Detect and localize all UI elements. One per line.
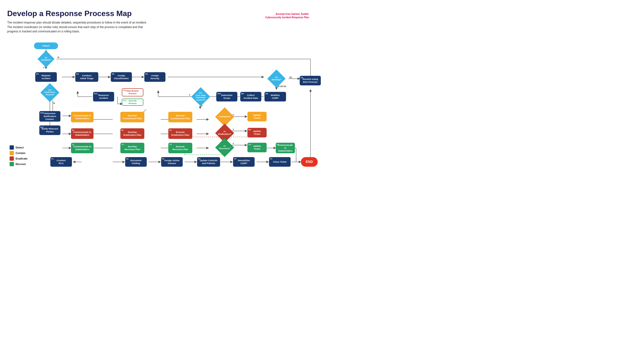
legend-contain: Contain bbox=[10, 151, 28, 155]
d12-node: D12 Data BreachProcess bbox=[122, 88, 144, 96]
e5-update-ticket-node: E5 UpdateTicket bbox=[248, 128, 266, 137]
svg-text:N: N bbox=[53, 102, 55, 104]
legend: Detect Contain Eradicate Recover bbox=[10, 145, 28, 166]
p1-rca-node: P1 ConductRCA bbox=[50, 157, 72, 167]
p2-document-node: P2 DocumentFinding bbox=[125, 157, 147, 167]
d9-node: D9 CollectIncident Data bbox=[240, 92, 261, 102]
c1-communicate-node: C1 Communicate toStakeholders bbox=[71, 143, 94, 153]
d6-diamond: D6 Severity? bbox=[264, 72, 288, 85]
c3-node: C3 ExecuteRecovery Plan bbox=[168, 143, 192, 153]
d11-diamond: D11 Pers. DataPotentiallyImpacted bbox=[190, 90, 212, 103]
legend-recover: Recover bbox=[10, 162, 28, 166]
d15-diamond: D15 NotificationRequired bbox=[38, 86, 62, 99]
develop-containment-node: DevelopContainment Plan bbox=[120, 112, 144, 122]
top-right-label: Excerpt from Gartner Toolkit: Cybersecur… bbox=[266, 13, 309, 19]
d10-node: D10 DetermineScope bbox=[216, 92, 237, 102]
d5-node: D5 AssignSeverity bbox=[144, 72, 166, 82]
d1-diamond: D1 Incident? bbox=[36, 53, 56, 65]
contained-diamond: Contained? bbox=[214, 110, 236, 124]
svg-text:N: N bbox=[58, 56, 59, 59]
detect-node: Detect bbox=[34, 43, 58, 49]
execute-containment-node: ExecuteContainment Plan bbox=[168, 112, 192, 122]
c6-communicate-node: C6 Communicate toStakeholders bbox=[276, 143, 295, 153]
p3-assign-node: P2 Assign ActionOwners bbox=[161, 157, 183, 167]
legend-eradicate: Eradicate bbox=[10, 156, 28, 161]
d3-node: D3 ConductInitial Triage bbox=[75, 72, 98, 82]
c5-update-ticket-node: C5 UpdateTicket bbox=[248, 143, 266, 152]
svg-text:Y: Y bbox=[43, 67, 44, 69]
d13-node: D13 SecurityProcess bbox=[122, 99, 144, 106]
e3-node: E3 ExecuteEradication Plan bbox=[168, 128, 192, 139]
e1-communicate-node: E1 Communicate toStakeholders bbox=[71, 128, 94, 139]
p4-update-node: P4 Update Controlsand Policies bbox=[197, 157, 220, 167]
eradication-diamond: E4 Eradication? bbox=[214, 126, 236, 140]
contain-update-ticket-node: UpdateTicket bbox=[248, 112, 266, 121]
d17-node: D17 Notify RelevantParties bbox=[39, 125, 60, 135]
d7-node: D7 Resolve usingBAU Process bbox=[300, 76, 321, 85]
contain-communicate-node: Communicate toStakeholders bbox=[71, 112, 94, 122]
p1-close-node: P1 Close Ticket bbox=[269, 157, 290, 167]
c2-node: C2 DevelopRecovery Plan bbox=[120, 143, 144, 153]
detect-label: Detect bbox=[42, 44, 50, 47]
recovery-diamond: E4 Recovery? bbox=[214, 141, 236, 154]
svg-text:S1: S1 bbox=[290, 76, 292, 79]
p5-demobilize-node: P5 DemobilizeCSIRT bbox=[233, 157, 255, 167]
end-node: END bbox=[301, 157, 318, 167]
flowchart: Y N S2·S3·S4 S1 bbox=[10, 39, 314, 169]
d14-node: D14 ReassessIncident bbox=[93, 92, 114, 102]
d2-node: D2 RegisterIncident bbox=[35, 72, 57, 82]
legend-detect: Detect bbox=[10, 145, 28, 150]
d16-node: D16 DetermineNotificationComms. bbox=[39, 111, 60, 122]
d4-node: D4 AssignClassification bbox=[111, 72, 132, 82]
page-description: The incident response plan should dictat… bbox=[7, 20, 194, 34]
d8-node: D8 MobilizeCSIRT bbox=[264, 92, 286, 102]
e2-node: E2 DevelopEradication Plan bbox=[120, 128, 144, 139]
